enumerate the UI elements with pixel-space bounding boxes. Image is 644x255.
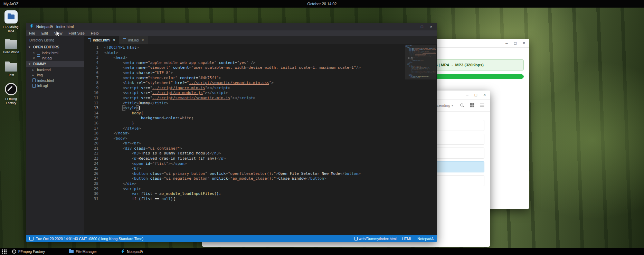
- sidebar-item-init-agi[interactable]: init.agi: [26, 83, 84, 89]
- code-line-row[interactable]: 10 <script src="../script/ao_module.js">…: [84, 91, 437, 96]
- code-line-row[interactable]: 18 </head>: [84, 131, 437, 136]
- desktop-icon-hello-world[interactable]: Hello World: [2, 37, 20, 55]
- code-line-row[interactable]: 5 <meta name="viewport" content="user-sc…: [84, 65, 437, 70]
- code-token: =: [196, 76, 198, 80]
- desktop-icon-test[interactable]: Test: [2, 60, 20, 77]
- sidebar-item-index-html[interactable]: ×index.html: [26, 50, 84, 56]
- sidebar-item-init-agi[interactable]: ×init.agi: [26, 56, 84, 61]
- code-line-row[interactable]: 25 <br>: [84, 166, 437, 171]
- sidebar-section-open-editors[interactable]: ▾OPEN EDITORS: [26, 44, 84, 50]
- close-icon[interactable]: ×: [32, 51, 35, 55]
- code-token: >: [272, 81, 274, 85]
- ffmpeg-logo-icon: [12, 249, 16, 254]
- code-line-row[interactable]: 31 if (flist == null){: [84, 197, 437, 202]
- code-area[interactable]: 1<!DOCTYPE html>2<html>3 <head>4 <meta n…: [84, 44, 437, 235]
- code-token: =: [145, 65, 148, 70]
- minimize-button[interactable]: –: [412, 25, 414, 29]
- code-token: meta: [125, 76, 134, 80]
- status-language[interactable]: HTML: [402, 237, 412, 241]
- code-token: >: [226, 91, 228, 95]
- close-button[interactable]: ×: [430, 25, 432, 29]
- code-line-row[interactable]: 28 </div>: [84, 181, 437, 187]
- code-line-row[interactable]: 29 <script>: [84, 187, 437, 192]
- grid-view-icon[interactable]: [470, 103, 474, 108]
- code-line-text: <style>: [104, 106, 140, 111]
- code-line-text: var flist = ao_module_loadInputFiles();: [104, 191, 221, 197]
- close-icon[interactable]: ×: [142, 38, 144, 42]
- tab-init-agi[interactable]: init.agi×: [119, 36, 148, 44]
- tab-index-html[interactable]: index.html×: [84, 36, 119, 44]
- menu-edit[interactable]: Edit: [38, 30, 51, 36]
- code-line-row[interactable]: 21 <div class="ui container">: [84, 146, 437, 151]
- minimap-viewport[interactable]: [405, 45, 436, 79]
- code-line-row[interactable]: 30 var flist = ao_module_loadInputFiles(…: [84, 191, 437, 197]
- menu-help[interactable]: Help: [88, 30, 102, 36]
- code-line-row[interactable]: 24 <span id="flist"></span>: [84, 161, 437, 167]
- window-controls: –□×: [466, 93, 490, 97]
- code-token: script: [125, 86, 139, 90]
- desktop-icon-ffa-mixing-mp4[interactable]: FFA.Mixing.mp4: [2, 10, 20, 33]
- minimize-button[interactable]: –: [466, 93, 468, 97]
- code-line-row[interactable]: 20 <br><br>: [84, 141, 437, 146]
- code-line-row[interactable]: 22 <h3>This is a Dummy Testing Module</h…: [84, 151, 437, 156]
- code-token: href: [173, 81, 184, 85]
- desktop-icon-label: Test: [2, 73, 20, 77]
- code-line-row[interactable]: 4 <meta name="apple-mobile-web-app-capab…: [84, 60, 437, 66]
- sidebar-section-dummy[interactable]: ▾DUMMY: [26, 61, 84, 67]
- code-token: :: [178, 116, 180, 120]
- code-line-row[interactable]: 23 <p>Received drag-in filelist (if any)…: [84, 156, 437, 161]
- close-button[interactable]: ×: [483, 93, 486, 97]
- code-line-row[interactable]: 8 <link rel="stylesheet" href="../script…: [84, 81, 437, 86]
- maximize-button[interactable]: □: [514, 41, 517, 46]
- code-line-row[interactable]: 12 <title>Dummy</title>: [84, 101, 437, 106]
- close-button[interactable]: ×: [523, 41, 525, 46]
- desktop-icon-ffmpeg-factory[interactable]: FFmpeg Factory: [2, 82, 20, 105]
- code-line-row[interactable]: 14 body{: [84, 111, 437, 116]
- menu-font-size[interactable]: Font Size: [65, 30, 87, 36]
- start-menu-button[interactable]: [2, 249, 7, 254]
- close-icon[interactable]: ×: [32, 56, 35, 60]
- code-line-row[interactable]: 17 </style>: [84, 126, 437, 131]
- close-icon[interactable]: ×: [113, 38, 115, 42]
- code-line-row[interactable]: 16 }: [84, 121, 437, 126]
- clock-status-icon: [29, 237, 34, 240]
- code-line-row[interactable]: 27 <button class="ui negative button" on…: [84, 176, 437, 181]
- code-line-row[interactable]: 11 <script src="../script/semantic/seman…: [84, 96, 437, 101]
- notepada-titlebar[interactable]: NotepadA - index.html –□×: [26, 23, 437, 30]
- taskbar-item-notepada[interactable]: NotepadA: [121, 249, 143, 254]
- code-line-row[interactable]: 13 <style>: [84, 106, 437, 111]
- code-token: >: [136, 45, 139, 50]
- code-line-row[interactable]: 15 background-color:white;: [84, 116, 437, 121]
- chevron-down-icon: ▾: [29, 45, 31, 49]
- code-token: "viewport": [148, 65, 171, 70]
- sidebar-item-img[interactable]: ▸img: [26, 73, 84, 78]
- code-token: [104, 55, 114, 60]
- sidebar-item-backend[interactable]: ▸backend: [26, 67, 84, 73]
- menu-file[interactable]: File: [26, 30, 38, 36]
- code-editor[interactable]: 1<!DOCTYPE html>2<html>3 <head>4 <meta n…: [84, 45, 437, 201]
- code-line-row[interactable]: 2<html>: [84, 50, 437, 56]
- line-number: 27: [84, 176, 104, 181]
- mouse-cursor: [56, 31, 61, 39]
- code-line-text: <button class="ui negative button" onCli…: [104, 176, 326, 181]
- code-token: onclick: [207, 171, 226, 176]
- code-token: [104, 111, 132, 115]
- taskbar-item-file-manager[interactable]: File Manager: [69, 249, 97, 254]
- minimap[interactable]: <!DOCTYPE html><html> <head> <meta name=…: [405, 45, 436, 235]
- maximize-button[interactable]: □: [475, 93, 477, 97]
- code-line-row[interactable]: 6 <meta charset="UTF-8">: [84, 70, 437, 76]
- list-view-icon[interactable]: [480, 103, 484, 108]
- search-icon[interactable]: [460, 103, 464, 108]
- code-line-row[interactable]: 9 <script src="../script/jquery.min.js">…: [84, 86, 437, 91]
- code-line-row[interactable]: 3 <head>: [84, 55, 437, 60]
- code-line-row[interactable]: 26 <button class="ui primary button" onc…: [84, 171, 437, 177]
- maximize-button[interactable]: □: [421, 25, 423, 29]
- minimize-button[interactable]: –: [505, 41, 508, 46]
- sidebar-item-index-html[interactable]: index.html: [26, 78, 84, 83]
- code-line-row[interactable]: 19 <body>: [84, 136, 437, 141]
- code-line-row[interactable]: 7 <meta name="theme-color" content="#4b7…: [84, 76, 437, 81]
- code-token: meta: [125, 60, 134, 65]
- code-line-row[interactable]: 1<!DOCTYPE html>: [84, 45, 437, 50]
- taskbar-item-ffmpeg-factory[interactable]: FFmpeg Factory: [12, 249, 45, 254]
- aroz-menu-button[interactable]: My ArOZ: [3, 2, 18, 6]
